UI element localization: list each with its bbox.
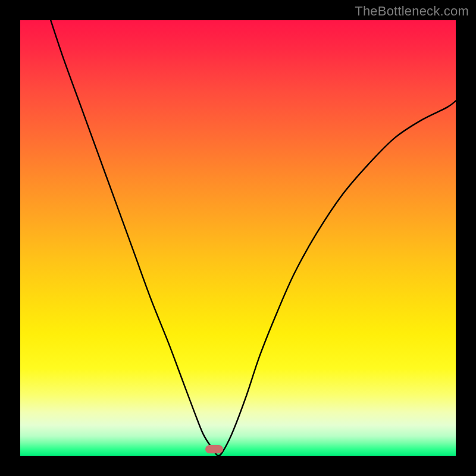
plot-area bbox=[20, 20, 456, 456]
chart-frame: TheBottleneck.com bbox=[0, 0, 476, 476]
bottleneck-curve bbox=[20, 20, 456, 456]
watermark-text: TheBottleneck.com bbox=[355, 4, 469, 19]
optimal-point-marker bbox=[205, 445, 223, 453]
